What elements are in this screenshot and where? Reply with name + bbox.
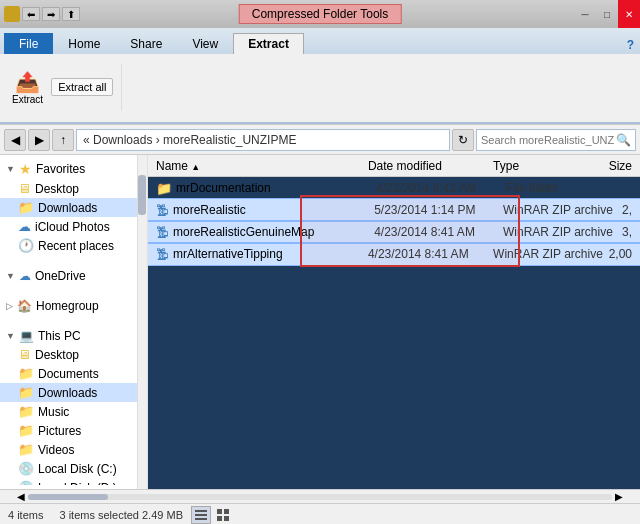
- details-view-button[interactable]: [191, 506, 211, 524]
- thispc-header[interactable]: ▼ 💻 This PC: [0, 327, 147, 345]
- favorites-label: Favorites: [36, 162, 85, 176]
- col-date-label: Date modified: [368, 159, 442, 173]
- extract-button[interactable]: 📤 Extract: [8, 66, 47, 109]
- sidebar-item-downloads[interactable]: 📁 Downloads: [0, 383, 147, 402]
- sidebar-scrollbar-track: [137, 155, 147, 489]
- col-header-size[interactable]: Size: [609, 159, 632, 173]
- address-bar: ◀ ▶ ↑ « Downloads › moreRealistic_UNZIPM…: [0, 125, 640, 155]
- col-header-type[interactable]: Type: [493, 159, 609, 173]
- divider1: [0, 259, 147, 267]
- forward-button[interactable]: ▶: [28, 129, 50, 151]
- column-headers: Name ▲ Date modified Type Size: [148, 155, 640, 177]
- thispc-icon: 💻: [19, 329, 34, 343]
- sidebar-item-label-downloads: Downloads: [38, 386, 97, 400]
- col-header-date[interactable]: Date modified: [368, 159, 493, 173]
- quick-access-btn3[interactable]: ⬆: [62, 7, 80, 21]
- status-bar: 4 items 3 items selected 2.49 MB: [0, 503, 640, 524]
- zip-icon: 🗜: [156, 203, 169, 218]
- downloads-icon: 📁: [18, 385, 34, 400]
- table-row[interactable]: 🗜 moreRealistic 5/23/2014 1:14 PM WinRAR…: [148, 199, 640, 221]
- title-bar-left: ⬅ ➡ ⬆: [0, 6, 80, 22]
- extract-icon: 📤: [15, 70, 40, 94]
- onedrive-section: ▼ ☁ OneDrive: [0, 267, 147, 285]
- details-view-icon: [194, 508, 208, 522]
- sidebar-item-label-recent: Recent places: [38, 239, 114, 253]
- sidebar-scrollbar-thumb[interactable]: [138, 175, 146, 215]
- documents-icon: 📁: [18, 366, 34, 381]
- file-size: 3,: [622, 225, 632, 239]
- maximize-button[interactable]: □: [596, 0, 618, 28]
- sidebar-item-label-downloads-fav: Downloads: [38, 201, 97, 215]
- title-bar: ⬅ ➡ ⬆ Compressed Folder Tools ─ □ ✕: [0, 0, 640, 28]
- extract-all-button[interactable]: Extract all: [51, 78, 113, 96]
- table-row[interactable]: 🗜 moreRealisticGenuineMap 4/23/2014 8:41…: [148, 221, 640, 243]
- close-button[interactable]: ✕: [618, 0, 640, 28]
- desktop-pc-icon: 🖥: [18, 347, 31, 362]
- videos-icon: 📁: [18, 442, 34, 457]
- tab-share[interactable]: Share: [115, 33, 177, 54]
- tab-extract[interactable]: Extract: [233, 33, 304, 54]
- pictures-icon: 📁: [18, 423, 34, 438]
- sidebar-item-downloads-fav[interactable]: 📁 Downloads: [0, 198, 147, 217]
- sidebar-item-desktop-pc[interactable]: 🖥 Desktop: [0, 345, 147, 364]
- sidebar-item-label-music: Music: [38, 405, 69, 419]
- sidebar-item-label-drive-d: Local Disk (D:): [38, 481, 117, 486]
- sidebar-item-icloud[interactable]: ☁ iCloud Photos: [0, 217, 147, 236]
- sidebar-item-documents[interactable]: 📁 Documents: [0, 364, 147, 383]
- file-size: 2,00: [609, 247, 632, 261]
- ribbon-extract-row: 📤 Extract Extract all: [8, 66, 113, 109]
- help-button[interactable]: ?: [621, 36, 640, 54]
- file-type: WinRAR ZIP archive: [493, 247, 609, 261]
- homegroup-section: ▷ 🏠 Homegroup: [0, 297, 147, 315]
- folder-file-icon: 📁: [156, 181, 172, 196]
- sidebar-item-label-drive-c: Local Disk (C:): [38, 462, 117, 476]
- quick-access-btn2[interactable]: ➡: [42, 7, 60, 21]
- table-row[interactable]: 📁 mrDocumentation 4/23/2014 8:42 AM File…: [148, 177, 640, 199]
- drive-d-icon: 💿: [18, 480, 34, 485]
- downloads-fav-icon: 📁: [18, 200, 34, 215]
- refresh-button[interactable]: ↻: [452, 129, 474, 151]
- sidebar-item-videos[interactable]: 📁 Videos: [0, 440, 147, 459]
- col-header-name[interactable]: Name ▲: [156, 159, 368, 173]
- horizontal-scrollbar[interactable]: ◀ ▶: [0, 489, 640, 503]
- sidebar-item-music[interactable]: 📁 Music: [0, 402, 147, 421]
- table-row[interactable]: 🗜 mrAlternativeTipping 4/23/2014 8:41 AM…: [148, 243, 640, 265]
- up-button[interactable]: ↑: [52, 129, 74, 151]
- onedrive-header[interactable]: ▼ ☁ OneDrive: [0, 267, 147, 285]
- desktop-fav-icon: 🖥: [18, 181, 31, 196]
- search-box[interactable]: 🔍: [476, 129, 636, 151]
- file-name: mrDocumentation: [176, 181, 271, 195]
- sidebar-item-desktop-fav[interactable]: 🖥 Desktop: [0, 179, 147, 198]
- hscroll-left[interactable]: ◀: [14, 491, 28, 502]
- favorites-chevron: ▼: [6, 164, 15, 174]
- sidebar-item-drive-c[interactable]: 💿 Local Disk (C:): [0, 459, 147, 478]
- music-icon: 📁: [18, 404, 34, 419]
- sidebar-item-label-desktop-pc: Desktop: [35, 348, 79, 362]
- sidebar-item-label-desktop-fav: Desktop: [35, 182, 79, 196]
- minimize-button[interactable]: ─: [574, 0, 596, 28]
- sidebar-item-label-documents: Documents: [38, 367, 99, 381]
- window-controls: ─ □ ✕: [574, 0, 640, 28]
- svg-rect-4: [224, 509, 229, 514]
- tab-file[interactable]: File: [4, 33, 53, 54]
- back-button[interactable]: ◀: [4, 129, 26, 151]
- hscroll-thumb[interactable]: [28, 494, 108, 500]
- file-name-cell: 🗜 moreRealistic: [156, 203, 374, 218]
- sidebar-item-recent[interactable]: 🕐 Recent places: [0, 236, 147, 255]
- ribbon-section-extract: 📤 Extract Extract all: [0, 64, 122, 111]
- search-input[interactable]: [481, 134, 614, 146]
- sidebar-item-pictures[interactable]: 📁 Pictures: [0, 421, 147, 440]
- hscroll-right[interactable]: ▶: [612, 491, 626, 502]
- homegroup-icon: 🏠: [17, 299, 32, 313]
- quick-access-btn[interactable]: ⬅: [22, 7, 40, 21]
- favorites-header[interactable]: ▼ ★ Favorites: [0, 159, 147, 179]
- large-icons-view-button[interactable]: [213, 506, 233, 524]
- sidebar-item-drive-d[interactable]: 💿 Local Disk (D:): [0, 478, 147, 485]
- file-list: 📁 mrDocumentation 4/23/2014 8:42 AM File…: [148, 177, 640, 489]
- maximize-icon: □: [604, 9, 610, 20]
- address-path[interactable]: « Downloads › moreRealistic_UNZIPME: [76, 129, 450, 151]
- tab-view[interactable]: View: [177, 33, 233, 54]
- tab-home[interactable]: Home: [53, 33, 115, 54]
- large-icons-view-icon: [216, 508, 230, 522]
- homegroup-header[interactable]: ▷ 🏠 Homegroup: [0, 297, 147, 315]
